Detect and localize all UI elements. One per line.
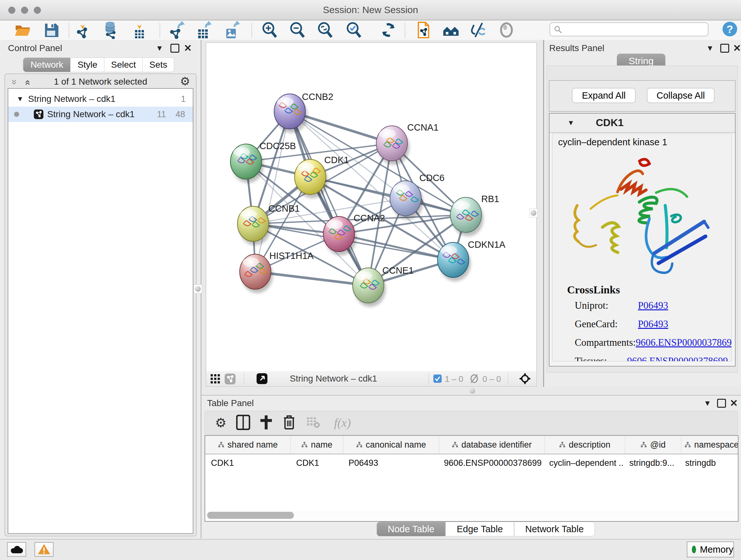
crosslink-link[interactable]: 9606.ENSP00000378699 bbox=[627, 355, 728, 361]
network-share-view-icon[interactable] bbox=[225, 374, 235, 384]
birds-eye-view-icon[interactable] bbox=[257, 373, 267, 384]
export-image-button[interactable] bbox=[222, 21, 241, 40]
results-panel-menu-arrow[interactable]: ▼ bbox=[706, 44, 714, 53]
tab-network[interactable]: Network bbox=[23, 57, 71, 72]
table-column-header[interactable]: name bbox=[291, 436, 343, 454]
table-cell[interactable]: P06493 bbox=[343, 454, 438, 472]
left-splitter-grip[interactable] bbox=[194, 285, 202, 294]
right-splitter-grip[interactable] bbox=[529, 208, 538, 217]
string-home-button[interactable] bbox=[442, 21, 460, 40]
import-network-file-button[interactable] bbox=[74, 21, 92, 40]
table-column-header[interactable]: description bbox=[545, 436, 625, 454]
tab-sets[interactable]: Sets bbox=[142, 57, 174, 72]
network-name: String Network – cdk1 bbox=[47, 107, 135, 122]
tab-node-table[interactable]: Node Table bbox=[377, 522, 446, 537]
table-column-header[interactable]: canonical name bbox=[343, 436, 439, 454]
expand-all-icon[interactable]: » bbox=[21, 80, 32, 85]
tab-style[interactable]: Style bbox=[70, 57, 105, 72]
network-node[interactable]: CCNE1 bbox=[353, 265, 414, 307]
table-cell[interactable]: stringdb:9... bbox=[623, 454, 679, 472]
zoom-out-button[interactable] bbox=[288, 21, 307, 40]
network-node[interactable]: CDK1 bbox=[294, 155, 349, 198]
control-panel-menu-arrow[interactable]: ▼ bbox=[156, 44, 163, 53]
import-network-database-button[interactable] bbox=[102, 21, 120, 40]
table-cell[interactable]: cyclin–dependent ... bbox=[543, 454, 623, 472]
network-node[interactable]: CCNA2 bbox=[323, 213, 385, 255]
scrollbar-thumb[interactable] bbox=[207, 512, 294, 519]
zoom-in-button[interactable] bbox=[260, 21, 279, 40]
hidden-eye-icon[interactable] bbox=[469, 374, 479, 383]
control-panel-close-icon[interactable]: ✕ bbox=[184, 43, 192, 54]
network-canvas[interactable]: CCNB2CCNA1CDC25BCDK1CDC6RB1CCNB1CCNA2CDK… bbox=[206, 43, 537, 372]
table-panel-menu-arrow[interactable]: ▼ bbox=[704, 399, 711, 408]
results-panel-float-icon[interactable] bbox=[720, 44, 729, 53]
table-cell[interactable]: CDK1 bbox=[290, 454, 343, 472]
delete-column-trash-icon[interactable] bbox=[280, 414, 298, 432]
network-node[interactable]: CDC6 bbox=[390, 173, 445, 220]
search-input[interactable] bbox=[565, 23, 703, 35]
cloud-button[interactable] bbox=[7, 542, 26, 557]
network-node[interactable]: RB1 bbox=[450, 194, 499, 236]
network-row[interactable]: String Network – cdk1 11 48 bbox=[8, 107, 193, 122]
network-node[interactable]: CDKN1A bbox=[437, 240, 506, 281]
crosslink-link[interactable]: P06493 bbox=[638, 300, 668, 311]
show-hide-glasses-button[interactable] bbox=[469, 21, 488, 40]
horizontal-scrollbar[interactable] bbox=[206, 511, 736, 520]
function-builder-icon[interactable]: f(x) bbox=[328, 414, 357, 432]
table-column-header[interactable]: namespace bbox=[681, 436, 738, 454]
save-session-button[interactable] bbox=[42, 21, 61, 40]
network-collection-row[interactable]: ▼ String Network – cdk1 1 bbox=[8, 91, 193, 107]
node-label: CCNA1 bbox=[407, 122, 439, 132]
collapse-all-button[interactable]: Collapse All bbox=[647, 88, 715, 103]
open-session-button[interactable] bbox=[13, 21, 32, 40]
horizontal-splitter-grip[interactable] bbox=[470, 388, 475, 394]
table-row[interactable]: CDK1CDK1P064939606.ENSP00000378699cyclin… bbox=[205, 454, 738, 472]
add-column-icon[interactable] bbox=[257, 414, 275, 432]
warning-button[interactable] bbox=[35, 542, 54, 557]
table-cell[interactable]: 9606.ENSP00000378699 bbox=[438, 454, 543, 472]
network-node[interactable]: CCNB2 bbox=[274, 91, 333, 133]
column-type-icon bbox=[218, 442, 224, 448]
collapse-all-icon[interactable]: » bbox=[9, 79, 20, 85]
table-column-header[interactable]: database identifier bbox=[439, 436, 545, 454]
expand-all-button[interactable]: Expand All bbox=[572, 88, 636, 103]
zoom-selected-button[interactable] bbox=[345, 21, 363, 40]
table-gear-icon[interactable]: ⚙ bbox=[212, 414, 230, 432]
control-panel-float-icon[interactable] bbox=[171, 44, 179, 53]
tab-network-table[interactable]: Network Table bbox=[514, 522, 595, 537]
results-panel-close-icon[interactable]: ✕ bbox=[733, 43, 741, 54]
crosslink-link[interactable]: P06493 bbox=[638, 318, 668, 330]
database-icon bbox=[102, 21, 120, 39]
crosslink-link[interactable]: 9606.ENSP00000378699 bbox=[636, 337, 732, 348]
selected-checkbox-icon[interactable] bbox=[433, 374, 442, 383]
collection-collapse-icon[interactable]: ▼ bbox=[17, 91, 23, 107]
table-column-header[interactable]: @id bbox=[625, 436, 681, 454]
network-node[interactable]: CDC25B bbox=[230, 141, 296, 183]
gene-header-row[interactable]: ▼ CDK1 bbox=[549, 114, 735, 133]
tab-edge-table[interactable]: Edge Table bbox=[446, 522, 514, 537]
tab-select[interactable]: Select bbox=[104, 57, 143, 72]
delete-table-icon[interactable] bbox=[305, 414, 322, 432]
network-node[interactable]: CCNB1 bbox=[238, 203, 300, 245]
network-tree: ▼ String Network – cdk1 1 String Network… bbox=[8, 88, 193, 534]
import-table-file-button[interactable] bbox=[130, 21, 149, 40]
show-columns-icon[interactable] bbox=[234, 414, 252, 432]
table-panel-float-icon[interactable] bbox=[717, 399, 726, 408]
table-cell[interactable]: CDK1 bbox=[205, 454, 290, 472]
table-cell[interactable]: stringdb bbox=[679, 454, 738, 472]
export-table-button[interactable] bbox=[194, 21, 212, 40]
grid-view-icon[interactable] bbox=[211, 374, 220, 384]
eye-button[interactable] bbox=[497, 21, 516, 40]
table-panel-close-icon[interactable]: ✕ bbox=[730, 397, 738, 409]
memory-button[interactable]: Memory bbox=[687, 542, 734, 557]
gear-icon[interactable]: ⚙ bbox=[180, 75, 190, 88]
gene-collapse-icon[interactable]: ▼ bbox=[567, 119, 575, 127]
zoom-fit-button[interactable] bbox=[316, 21, 334, 40]
table-column-header[interactable]: shared name bbox=[205, 436, 291, 454]
export-network-button[interactable] bbox=[167, 21, 186, 40]
pan-crosshair-icon[interactable] bbox=[519, 373, 531, 385]
network-node[interactable]: HIST1H1A bbox=[240, 251, 314, 293]
help-button[interactable]: ? bbox=[723, 22, 737, 37]
apply-layout-button[interactable] bbox=[379, 21, 398, 40]
string-import-button[interactable] bbox=[414, 21, 432, 40]
